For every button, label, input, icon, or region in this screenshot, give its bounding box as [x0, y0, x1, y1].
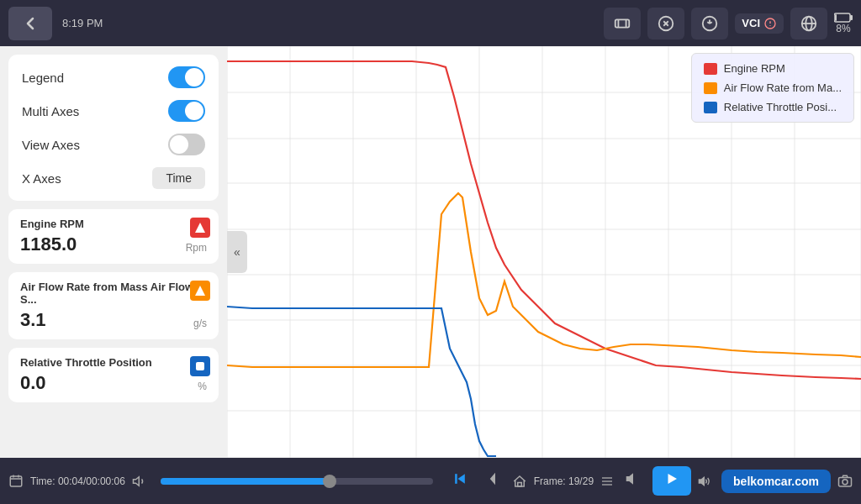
legend-toggle[interactable]: [168, 66, 205, 88]
svg-rect-44: [10, 476, 22, 486]
view-axes-toggle[interactable]: [168, 134, 205, 155]
engine-rpm-card: Engine RPM 1185.0 Rpm: [8, 209, 219, 264]
scrubber-fill: [161, 478, 330, 485]
skip-to-start-button[interactable]: [446, 467, 473, 495]
svg-rect-18: [835, 14, 837, 21]
air-flow-card: Air Flow Rate from Mass Air Flow S... 3.…: [8, 272, 219, 339]
throttle-title: Relative Throttle Position: [20, 356, 207, 369]
svg-rect-21: [196, 362, 204, 370]
engine-rpm-unit: Rpm: [186, 242, 207, 254]
globe-button[interactable]: [790, 8, 827, 39]
top-bar-left: 8:19 PM: [8, 7, 103, 40]
multi-axes-toggle[interactable]: [168, 100, 205, 122]
camera-icon: [837, 474, 853, 489]
y-circle-button[interactable]: [691, 8, 728, 39]
legend-item-throttle: Relative Throttle Posi...: [704, 101, 842, 113]
view-axes-row: View Axes: [22, 134, 205, 155]
svg-rect-0: [615, 19, 630, 27]
x-axes-row: X Axes Time: [22, 167, 205, 189]
air-flow-value: 3.1: [20, 309, 207, 331]
vci-label: VCI: [742, 17, 760, 29]
legend-label: Legend: [22, 71, 64, 85]
top-bar-right: VCI 8%: [604, 8, 853, 39]
throttle-unit: %: [198, 381, 207, 392]
throttle-value: 0.0: [20, 372, 207, 394]
multi-axes-label: Multi Axes: [22, 104, 79, 118]
view-axes-label: View Axes: [22, 138, 80, 152]
top-bar: 8:19 PM VCI: [0, 0, 861, 46]
legend-color-throttle: [704, 102, 717, 113]
air-flow-title: Air Flow Rate from Mass Air Flow S...: [20, 281, 207, 306]
svg-rect-50: [455, 474, 457, 484]
legend-item-rpm: Engine RPM: [704, 62, 842, 75]
legend-row: Legend: [22, 66, 205, 88]
bottom-time-label: Time: 00:04/00:00:06: [30, 475, 125, 487]
battery-info: 8%: [834, 13, 853, 34]
engine-rpm-value: 1185.0: [20, 234, 207, 255]
legend-color-airflow: [704, 82, 717, 94]
legend-label-rpm: Engine RPM: [724, 62, 785, 75]
svg-rect-17: [850, 15, 853, 20]
legend-item-airflow: Air Flow Rate from Ma...: [704, 81, 842, 94]
back-button[interactable]: [8, 7, 52, 40]
throttle-card: Relative Throttle Position 0.0 %: [8, 348, 219, 402]
x-axes-label: X Axes: [22, 171, 61, 186]
svg-marker-58: [699, 477, 704, 485]
collapse-panel-button[interactable]: «: [227, 231, 247, 273]
scrubber[interactable]: [161, 478, 433, 485]
prev-frame-button[interactable]: [480, 468, 505, 494]
legend-label-airflow: Air Flow Rate from Ma...: [724, 81, 842, 94]
svg-marker-19: [195, 223, 205, 233]
throttle-indicator: [190, 356, 210, 376]
svg-marker-56: [627, 475, 633, 484]
volume-down-button[interactable]: [621, 468, 646, 494]
left-panel: Legend Multi Axes View Axes X Axes Time …: [0, 46, 227, 458]
collapse-icon: «: [234, 245, 240, 259]
svg-marker-57: [668, 474, 678, 484]
vci-badge: VCI: [735, 13, 784, 34]
chart-legend: Engine RPM Air Flow Rate from Ma... Rela…: [691, 53, 854, 123]
svg-marker-20: [195, 286, 205, 296]
settings-card: Legend Multi Axes View Axes X Axes Time: [8, 55, 219, 201]
clock-icon: [8, 474, 24, 489]
svg-marker-48: [133, 476, 139, 486]
chart-area: Engine RPM Air Flow Rate from Ma... Rela…: [227, 46, 861, 458]
legend-label-throttle: Relative Throttle Posi...: [724, 101, 837, 113]
x-circle-button[interactable]: [647, 8, 684, 39]
legend-color-rpm: [704, 63, 717, 75]
menu-icon: [600, 475, 614, 488]
home-icon: [512, 474, 527, 489]
play-button[interactable]: [652, 466, 691, 496]
bottom-bar: Time: 00:04/00:00:06 Frame: 19/29: [0, 458, 861, 504]
main-content: Legend Multi Axes View Axes X Axes Time …: [0, 46, 861, 458]
svg-point-60: [843, 479, 848, 484]
volume-icon: [132, 474, 147, 489]
svg-rect-52: [517, 482, 521, 486]
air-flow-indicator: [190, 281, 210, 301]
engine-rpm-indicator: [190, 218, 210, 238]
svg-marker-51: [490, 475, 494, 484]
battery-pct: 8%: [836, 23, 850, 34]
volume-up-icon: [698, 475, 711, 488]
x-axes-value-button[interactable]: Time: [152, 167, 205, 189]
air-flow-unit: g/s: [193, 318, 207, 329]
resize-icon-button[interactable]: [604, 8, 641, 39]
engine-rpm-title: Engine RPM: [20, 218, 207, 230]
time-display: 8:19 PM: [62, 17, 103, 29]
scrubber-thumb[interactable]: [323, 475, 336, 488]
svg-marker-49: [457, 474, 464, 484]
frame-info: Frame: 19/29: [534, 475, 594, 487]
brand-badge: belkomcar.com: [721, 470, 831, 493]
multi-axes-row: Multi Axes: [22, 100, 205, 122]
